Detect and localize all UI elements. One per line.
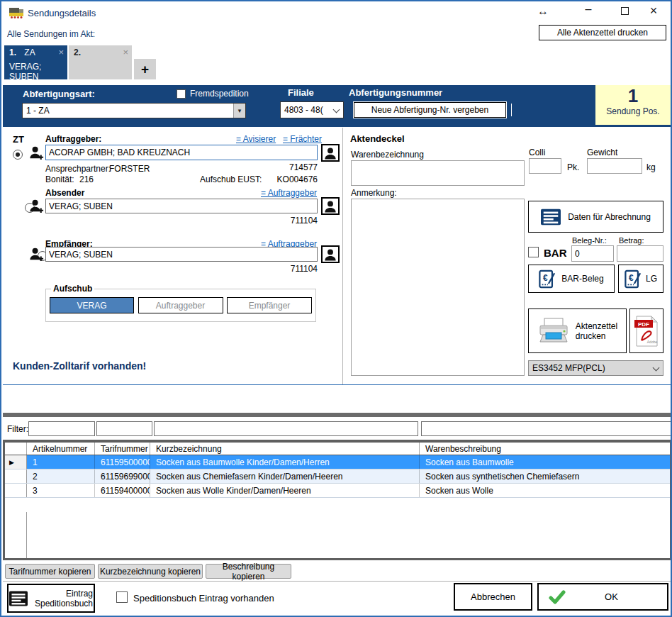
add-person-icon[interactable]	[28, 199, 45, 214]
anmerkung-input[interactable]	[351, 199, 525, 376]
printer-select[interactable]: ES3452 MFP(PCL)	[528, 360, 663, 376]
articles-grid: Artikelnummer Tarifnummer Kurzbezeichnun…	[3, 440, 672, 560]
neue-abfertigungsnummer-button[interactable]: Neue Abfertigung-Nr. vergeben	[354, 102, 506, 118]
print-all-aktenzettel-button[interactable]: Alle Aktenzettel drucken	[539, 25, 666, 40]
cell-tarifnummer: 61159400000	[95, 484, 150, 497]
aufschub-auftraggeber-button[interactable]: Auftraggeber	[138, 297, 223, 313]
betrag-input[interactable]	[617, 245, 663, 262]
auftraggeber-lookup-button[interactable]	[321, 144, 340, 162]
row-selector-cell	[5, 469, 27, 483]
resize-icon[interactable]: ↔	[536, 5, 550, 18]
table-section-divider	[3, 413, 672, 417]
ansprechpartner-label: Ansprechpartner:	[45, 164, 111, 174]
absender-input[interactable]	[45, 199, 318, 213]
tab1-close-icon[interactable]: ×	[58, 47, 64, 57]
pdf-icon: PDF Adobe	[634, 316, 659, 347]
filiale-label: Filiale	[288, 87, 314, 98]
svg-text:PDF: PDF	[638, 321, 649, 327]
speditionsbuch-checkbox[interactable]	[116, 591, 128, 603]
auftraggeber-radio[interactable]	[13, 150, 23, 160]
auftraggeber-input[interactable]	[45, 145, 318, 160]
euro-receipt-icon: €	[625, 269, 642, 289]
bar-checkbox[interactable]	[528, 247, 539, 257]
filter-label: Filter:	[7, 424, 28, 434]
list-lines-icon	[9, 590, 28, 607]
filiale-select[interactable]: 4803 - 48(	[280, 101, 344, 118]
add-person-icon[interactable]	[28, 247, 45, 262]
minimize-button[interactable]: –	[581, 3, 595, 16]
aufschub-verag-button[interactable]: VERAG	[50, 297, 134, 313]
window-title: Sendungsdetails	[28, 8, 96, 18]
table-row[interactable]: 2 61159699000 Socken aus Chemiefasern Ki…	[5, 469, 670, 484]
beleg-nr-input[interactable]	[571, 245, 614, 262]
table-row[interactable]: ▶ 1 61159500000 Socken aus Baumwolle Kin…	[5, 455, 670, 469]
printer-value: ES3452 MFP(PCL)	[529, 363, 654, 373]
abfertigungsart-value: 1 - ZA	[23, 106, 233, 116]
sendung-pos-count: 1	[595, 85, 671, 106]
daten-abrechnung-button[interactable]: Daten für Abrechnung	[528, 201, 663, 233]
tab2-close-icon[interactable]: ×	[123, 47, 128, 57]
daten-abrechnung-label: Daten für Abrechnung	[568, 212, 651, 222]
tab-shipment-2[interactable]: 2. ×	[69, 45, 132, 79]
filter-kurzbezeichnung-input[interactable]	[154, 421, 418, 436]
maximize-button[interactable]	[621, 7, 629, 17]
svg-text:Adobe: Adobe	[647, 340, 658, 344]
add-shipment-tab-button[interactable]: +	[134, 59, 156, 79]
column-header-tarifnummer[interactable]: Tarifnummer	[95, 443, 150, 455]
speditionsbuch-checkbox-label: Speditionsbuch Eintrag vorhanden	[133, 593, 274, 604]
sendung-pos-label: Sendung Pos.	[595, 106, 671, 116]
aktenzettel-drucken-button[interactable]: Aktenzettel drucken	[528, 308, 627, 353]
gewicht-input[interactable]	[587, 158, 642, 174]
chevron-down-icon	[333, 106, 340, 113]
ok-button[interactable]: OK	[537, 583, 668, 611]
pk-label: Pk.	[567, 162, 579, 172]
cell-tarifnummer: 61159699000	[95, 469, 150, 483]
bonitaet-label: Bonität:	[45, 174, 74, 184]
colli-label: Colli	[529, 148, 545, 157]
tab-shipment-1[interactable]: 1. ZA × VERAG; SUBEN	[4, 45, 67, 79]
copy-kurzbezeichnung-button[interactable]: Kurzbezeichnung kopieren	[98, 564, 203, 579]
copy-tarifnummer-button[interactable]: Tarifnummer kopieren	[5, 564, 95, 579]
colli-input[interactable]	[529, 158, 561, 174]
aufschub-empfaenger-button[interactable]: Empfänger	[227, 297, 312, 313]
chevron-down-icon	[653, 364, 660, 371]
list-lines-icon	[541, 209, 561, 226]
copy-beschreibung-button[interactable]: Beschreibung kopieren	[206, 564, 291, 579]
add-person-icon[interactable]	[28, 145, 45, 161]
beleg-nr-label: Beleg-Nr.:	[572, 236, 607, 245]
column-header-warenbeschreibung[interactable]: Warenbeschreibung	[420, 443, 670, 455]
lg-label: LG	[646, 274, 657, 284]
cell-warenbeschreibung: Socken aus Baumwolle	[420, 455, 670, 469]
lg-button[interactable]: € LG	[618, 265, 663, 293]
column-header-artikelnummer[interactable]: Artikelnummer	[27, 443, 95, 455]
empfaenger-lookup-button[interactable]	[321, 245, 340, 263]
filter-tarifnummer-input[interactable]	[96, 421, 152, 436]
band-separator	[511, 104, 512, 116]
fraechter-link[interactable]: = Frächter	[283, 134, 322, 144]
anmerkung-label: Anmerkung:	[351, 188, 397, 198]
ansprechpartner-value: FORSTER	[109, 164, 150, 174]
filter-warenbeschreibung-input[interactable]	[421, 421, 672, 436]
absender-auftraggeber-link[interactable]: = Auftraggeber	[261, 188, 317, 198]
cell-artikelnummer: 3	[27, 484, 95, 497]
column-header-kurzbezeichnung[interactable]: Kurzbezeichnung	[150, 443, 420, 455]
avisierer-link[interactable]: = Avisierer	[236, 134, 276, 144]
auftraggeber-label: Auftraggeber:	[45, 134, 101, 144]
warenbezeichnung-input[interactable]	[351, 160, 525, 186]
cell-tarifnummer: 61159500000	[95, 455, 150, 469]
abbrechen-button[interactable]: Abbrechen	[454, 583, 532, 611]
section-border	[3, 384, 672, 385]
close-button[interactable]: ×	[646, 4, 661, 18]
pdf-export-button[interactable]: PDF Adobe	[629, 308, 663, 353]
abfertigungsart-select[interactable]: 1 - ZA ▾	[22, 103, 246, 118]
bar-beleg-button[interactable]: € BAR-Beleg	[528, 265, 615, 293]
gewicht-label: Gewicht	[587, 148, 617, 157]
tab1-code: ZA	[24, 48, 35, 57]
filter-artikelnummer-input[interactable]	[28, 421, 95, 436]
fremdspedition-checkbox[interactable]	[177, 89, 186, 99]
eintrag-speditionsbuch-button[interactable]: Eintrag Speditionsbuch	[7, 584, 95, 613]
grid-selector-header	[5, 443, 27, 455]
empfaenger-input[interactable]	[45, 247, 318, 262]
absender-lookup-button[interactable]	[321, 197, 340, 215]
table-row[interactable]: 3 61159400000 Socken aus Wolle Kinder/Da…	[5, 484, 670, 498]
